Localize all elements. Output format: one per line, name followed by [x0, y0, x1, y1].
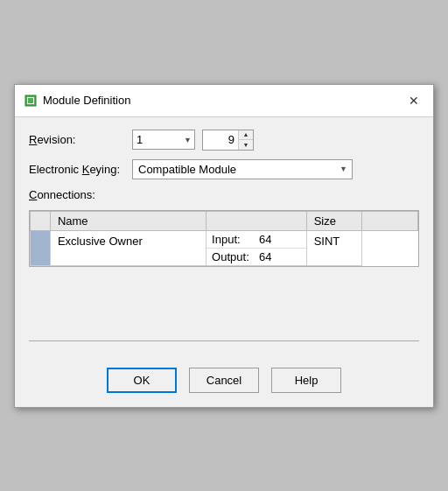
input-label: Input: — [212, 233, 256, 246]
revision-chevron-icon: ▼ — [181, 134, 194, 146]
revision-dropdown[interactable]: 1 ▼ — [132, 130, 195, 150]
connections-table: Name Size Exclusive Owner Input: 64 — [30, 211, 418, 266]
spinner-up-button[interactable]: ▲ — [239, 130, 253, 140]
revision-spinner[interactable]: ▲ ▼ — [202, 130, 254, 151]
output-row: Output: 64 — [206, 249, 306, 265]
cancel-button[interactable]: Cancel — [189, 368, 259, 393]
revision-spinner-input[interactable] — [203, 131, 238, 148]
revision-value: 1 — [133, 130, 181, 149]
header-io — [206, 211, 307, 230]
module-icon — [24, 94, 38, 108]
connection-name: Exclusive Owner — [50, 230, 206, 265]
input-value: 64 — [259, 233, 271, 246]
svg-rect-2 — [28, 98, 33, 103]
revision-label-underline: R — [29, 133, 37, 146]
output-label: Output: — [212, 250, 256, 263]
electronic-keying-row: Electronic Keying: Compatible Module ▼ — [29, 159, 419, 179]
revision-label: Revision: — [29, 133, 125, 146]
type-cell: SINT — [306, 230, 362, 265]
input-row: Input: 64 — [206, 231, 306, 249]
header-name: Name — [50, 211, 206, 230]
connections-label-underline: C — [29, 188, 37, 201]
table-row: Exclusive Owner Input: 64 Output: 64 S — [31, 230, 418, 265]
title-bar-left: Module Definition — [24, 94, 130, 108]
output-value: 64 — [259, 250, 271, 263]
keying-chevron-icon: ▼ — [335, 163, 352, 175]
connections-label: Connections: — [29, 188, 95, 201]
ok-button[interactable]: OK — [107, 368, 177, 393]
divider — [29, 340, 419, 341]
connections-table-wrapper: Name Size Exclusive Owner Input: 64 — [29, 210, 419, 267]
table-body: Exclusive Owner Input: 64 Output: 64 S — [31, 230, 418, 265]
module-definition-dialog: Module Definition ✕ Revision: 1 ▼ ▲ ▼ — [14, 84, 434, 408]
connections-label-row: Connections: — [29, 188, 419, 201]
button-row: OK Cancel Help — [15, 357, 433, 407]
keying-value: Compatible Module — [133, 160, 335, 179]
spinner-down-button[interactable]: ▼ — [239, 140, 253, 150]
title-bar: Module Definition ✕ — [15, 85, 433, 117]
dialog-body: Revision: 1 ▼ ▲ ▼ Electronic Keying: Com… — [15, 117, 433, 357]
io-cell: Input: 64 Output: 64 — [206, 230, 307, 265]
electronic-keying-label: Electronic Keying: — [29, 163, 125, 176]
row-indicator — [31, 230, 51, 265]
header-indicator — [31, 211, 51, 230]
spacer — [29, 276, 419, 328]
table-header: Name Size — [31, 211, 418, 230]
header-size: Size — [306, 211, 362, 230]
header-type — [362, 211, 418, 230]
revision-row: Revision: 1 ▼ ▲ ▼ — [29, 130, 419, 151]
help-button[interactable]: Help — [271, 368, 341, 393]
dialog-title: Module Definition — [43, 94, 130, 107]
keying-dropdown[interactable]: Compatible Module ▼ — [132, 159, 353, 179]
spinner-buttons: ▲ ▼ — [238, 130, 253, 150]
close-button[interactable]: ✕ — [403, 90, 424, 111]
